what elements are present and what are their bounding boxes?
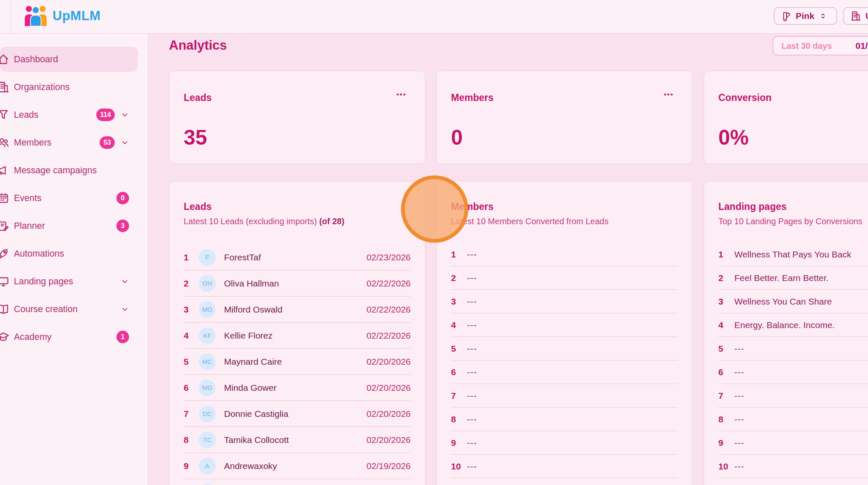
theme-selector-button[interactable]: Pink bbox=[774, 7, 837, 25]
member-row[interactable]: 7 --- bbox=[451, 384, 678, 408]
landing-page-row[interactable]: 10 --- bbox=[718, 455, 868, 478]
member-row[interactable]: 9 --- bbox=[451, 431, 678, 455]
members-stat-card: Members ••• 0 bbox=[436, 71, 693, 164]
row-rank: 1 bbox=[718, 249, 729, 260]
landing-page-name: Energy. Balance. Income. bbox=[734, 320, 835, 330]
lead-row[interactable]: 5 MC Maynard Caire 02/20/2026 bbox=[184, 349, 411, 375]
chevron-down-icon[interactable] bbox=[121, 138, 129, 147]
member-row[interactable]: 5 --- bbox=[451, 337, 678, 360]
member-row[interactable]: 3 --- bbox=[451, 290, 678, 313]
row-rank: 10 bbox=[718, 461, 729, 472]
row-rank: 7 bbox=[718, 391, 729, 401]
events-count-badge: 0 bbox=[116, 192, 129, 204]
sidebar-item-dashboard[interactable]: Dashboard bbox=[0, 47, 138, 72]
lead-row[interactable]: 1 F ForestTaf 02/23/2026 bbox=[184, 244, 411, 270]
chevron-down-icon[interactable] bbox=[121, 111, 129, 119]
landing-page-row[interactable]: 9 --- bbox=[718, 431, 868, 455]
leads-stat-card: Leads ••• 35 bbox=[169, 71, 425, 164]
theme-selector-label: Pink bbox=[796, 11, 814, 21]
sidebar-item-landing-pages[interactable]: Landing pages bbox=[0, 269, 148, 294]
member-row[interactable]: 2 --- bbox=[451, 266, 678, 290]
row-rank: 9 bbox=[184, 461, 195, 471]
ellipsis-menu-icon[interactable]: ••• bbox=[664, 90, 674, 99]
avatar: DC bbox=[199, 405, 216, 422]
landing-page-row[interactable]: 4 Energy. Balance. Income. bbox=[718, 313, 868, 337]
sidebar-item-events[interactable]: Events 0 bbox=[0, 186, 148, 211]
brand-name: UpMLM bbox=[53, 8, 100, 24]
lead-row[interactable]: 3 MO Milford Oswald 02/22/2026 bbox=[184, 297, 411, 323]
chevron-down-icon[interactable] bbox=[121, 277, 129, 286]
lead-name: Tamika Collocott bbox=[224, 435, 289, 445]
date-range-preset: Last 30 days bbox=[781, 41, 832, 51]
sidebar-item-label: Planner bbox=[14, 221, 45, 231]
member-placeholder: --- bbox=[467, 273, 477, 283]
sidebar-item-label: Members bbox=[14, 138, 52, 148]
calendar-icon bbox=[0, 191, 10, 205]
lead-name: Donnie Castiglia bbox=[224, 409, 288, 419]
member-row[interactable]: 10 --- bbox=[451, 455, 678, 478]
landing-page-placeholder: --- bbox=[734, 367, 744, 377]
lead-name: Andrewaxoky bbox=[224, 461, 277, 471]
member-placeholder: --- bbox=[467, 249, 477, 260]
landing-page-placeholder: --- bbox=[734, 391, 744, 401]
organization-switcher-button[interactable]: U bbox=[843, 7, 868, 25]
member-placeholder: --- bbox=[467, 461, 477, 472]
member-row[interactable]: 6 --- bbox=[451, 360, 678, 384]
row-rank: 3 bbox=[184, 305, 195, 315]
lead-row[interactable]: 7 DC Donnie Castiglia 02/20/2026 bbox=[184, 401, 411, 427]
sidebar-item-planner[interactable]: Planner 3 bbox=[0, 213, 148, 239]
sidebar-item-message-campaigns[interactable]: Message campaigns bbox=[0, 158, 148, 183]
lead-row[interactable]: 8 TC Tamika Collocott 02/20/2026 bbox=[184, 427, 411, 453]
lead-date: 02/22/2026 bbox=[367, 331, 411, 341]
lead-row[interactable]: 2 OH Oliva Hallman 02/22/2026 bbox=[184, 270, 411, 297]
member-row[interactable]: 4 --- bbox=[451, 313, 678, 337]
landing-page-name: Wellness That Pays You Back bbox=[734, 249, 851, 260]
people-logo-icon bbox=[24, 5, 48, 27]
sidebar-item-automations[interactable]: Automations bbox=[0, 241, 148, 266]
ellipsis-menu-icon[interactable]: ••• bbox=[396, 90, 406, 99]
member-placeholder: --- bbox=[467, 438, 477, 448]
sidebar-item-organizations[interactable]: Organizations bbox=[0, 74, 148, 100]
landing-page-row[interactable]: 2 Feel Better. Earn Better. bbox=[718, 266, 868, 290]
row-rank: 2 bbox=[451, 273, 462, 283]
landing-page-row[interactable]: 6 --- bbox=[718, 360, 868, 384]
organization-switcher-label: U bbox=[865, 11, 868, 21]
lead-name: Maynard Caire bbox=[224, 357, 282, 367]
sidebar-item-course-creation[interactable]: Course creation bbox=[0, 297, 148, 322]
row-rank: 4 bbox=[184, 331, 195, 341]
members-list-card: Members Latest 10 Members Converted from… bbox=[436, 181, 693, 485]
lead-row[interactable]: 4 KF Kellie Florez 02/22/2026 bbox=[184, 323, 411, 349]
member-row[interactable]: 8 --- bbox=[451, 408, 678, 431]
avatar: OH bbox=[199, 275, 216, 292]
lead-name: Milford Oswald bbox=[224, 305, 282, 315]
megaphone-icon bbox=[0, 164, 10, 177]
landing-page-row[interactable]: 5 --- bbox=[718, 337, 868, 360]
chevron-down-icon[interactable] bbox=[121, 305, 129, 313]
row-rank: 10 bbox=[451, 461, 462, 472]
sidebar-item-academy[interactable]: Academy 1 bbox=[0, 324, 148, 350]
lead-date: 02/20/2026 bbox=[367, 435, 411, 445]
date-range-picker[interactable]: Last 30 days 01/25/20 bbox=[773, 36, 868, 56]
list-title: Members bbox=[451, 201, 493, 212]
brand-logo[interactable]: UpMLM bbox=[24, 5, 100, 27]
lead-date: 02/22/2026 bbox=[367, 278, 411, 289]
landing-page-row[interactable]: 1 Wellness That Pays You Back bbox=[718, 243, 868, 266]
row-rank: 6 bbox=[184, 383, 195, 393]
lead-row[interactable]: 9 A Andrewaxoky 02/19/2026 bbox=[184, 453, 411, 479]
lead-row[interactable]: 10 F ForestTaf 02/16/2026 bbox=[184, 479, 411, 485]
member-row[interactable]: 1 --- bbox=[451, 243, 678, 266]
member-placeholder: --- bbox=[467, 414, 477, 424]
landing-page-row[interactable]: 7 --- bbox=[718, 384, 868, 408]
sidebar-item-leads[interactable]: Leads 114 bbox=[0, 102, 148, 127]
landing-page-placeholder: --- bbox=[734, 344, 744, 354]
landing-page-row[interactable]: 3 Wellness You Can Share bbox=[718, 290, 868, 313]
landing-page-row[interactable]: 8 --- bbox=[718, 408, 868, 431]
lead-row[interactable]: 6 MG Minda Gower 02/20/2026 bbox=[184, 375, 411, 401]
row-rank: 6 bbox=[451, 367, 462, 377]
planner-count-badge: 3 bbox=[116, 220, 129, 232]
graduation-cap-icon bbox=[0, 330, 10, 344]
building-icon bbox=[850, 11, 861, 21]
academy-count-badge: 1 bbox=[116, 331, 129, 343]
leads-rows: 1 F ForestTaf 02/23/2026 2 OH Oliva Hall… bbox=[184, 244, 411, 485]
sidebar-item-members[interactable]: Members 53 bbox=[0, 130, 148, 155]
